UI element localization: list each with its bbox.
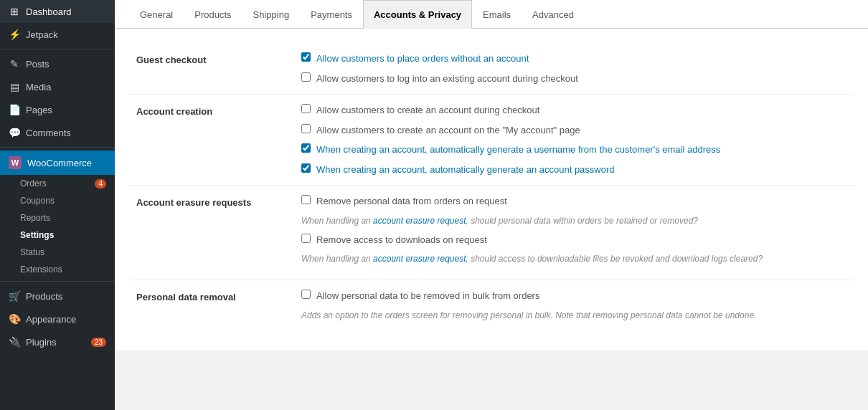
sidebar-sub-label: Reports <box>20 213 50 223</box>
gc1-label: Allow customers to place orders without … <box>316 52 529 66</box>
tabs-bar: General Products Shipping Payments Accou… <box>115 0 868 29</box>
ac3-checkbox[interactable] <box>301 143 311 153</box>
sidebar-sub-orders[interactable]: Orders 4 <box>0 175 115 192</box>
sidebar-sub-coupons[interactable]: Coupons <box>0 192 115 209</box>
ae-option-2: Remove access to downloads on request <box>301 233 846 247</box>
account-erasure-options: Remove personal data from orders on requ… <box>287 186 854 280</box>
sidebar-item-label: Comments <box>26 128 71 138</box>
sidebar-item-label: Jetpack <box>26 29 58 40</box>
tab-products[interactable]: Products <box>184 0 242 29</box>
ac2-label: Allow customers to create an account on … <box>316 123 580 138</box>
guest-checkout-row: Guest checkout Allow customers to place … <box>129 43 854 95</box>
gc1-checkbox[interactable] <box>301 52 311 62</box>
ac2-checkbox[interactable] <box>301 124 311 133</box>
products-icon: 🛒 <box>9 290 20 302</box>
media-icon: ▤ <box>9 81 20 92</box>
orders-badge: 4 <box>95 179 106 189</box>
sidebar-item-label: Appearance <box>26 314 76 325</box>
account-erasure-label: Account erasure requests <box>129 186 287 280</box>
gc-option-2: Allow customers to log into an existing … <box>301 72 846 86</box>
ae-option-1: Remove personal data from orders on requ… <box>301 194 846 209</box>
sidebar-item-jetpack[interactable]: ⚡ Jetpack <box>0 23 115 46</box>
ae2-hint-link[interactable]: account erasure request <box>373 254 466 264</box>
personal-data-label: Personal data removal <box>129 280 287 336</box>
pd1-label: Allow personal data to be removed in bul… <box>316 289 539 303</box>
sidebar-item-media[interactable]: ▤ Media <box>0 75 115 98</box>
main-content: General Products Shipping Payments Accou… <box>115 0 868 410</box>
sidebar-item-products[interactable]: 🛒 Products <box>0 285 115 308</box>
ae1-hint: When handling an account erasure request… <box>301 214 846 227</box>
sidebar-sub-status[interactable]: Status <box>0 244 115 261</box>
settings-content: Guest checkout Allow customers to place … <box>115 29 868 351</box>
plugins-badge: 23 <box>91 338 106 347</box>
ae1-checkbox[interactable] <box>301 195 311 204</box>
sidebar-sub-reports[interactable]: Reports <box>0 209 115 227</box>
ae2-label: Remove access to downloads on request <box>316 233 487 247</box>
sidebar-item-label: Pages <box>26 105 52 115</box>
pd1-hint: Adds an option to the orders screen for … <box>301 309 846 322</box>
ae1-hint-link[interactable]: account erasure request <box>373 216 466 226</box>
personal-data-options: Allow personal data to be removed in bul… <box>287 280 854 336</box>
ac-option-4: When creating an account, automatically … <box>301 163 846 177</box>
woocommerce-icon: W <box>9 156 22 169</box>
account-creation-label: Account creation <box>129 95 287 186</box>
sidebar-item-label: Media <box>26 82 51 92</box>
posts-icon: ✎ <box>9 58 20 70</box>
tab-advanced[interactable]: Advanced <box>522 0 585 29</box>
gc2-checkbox[interactable] <box>301 72 311 82</box>
sidebar-item-dashboard[interactable]: ⊞ Dashboard <box>0 0 115 23</box>
tab-emails[interactable]: Emails <box>472 0 522 29</box>
ac1-checkbox[interactable] <box>301 104 311 113</box>
plugins-icon: 🔌 <box>9 336 20 348</box>
ac4-checkbox[interactable] <box>301 163 311 173</box>
ae1-label: Remove personal data from orders on requ… <box>316 194 507 209</box>
personal-data-row: Personal data removal Allow personal dat… <box>129 280 854 336</box>
sidebar-item-appearance[interactable]: 🎨 Appearance <box>0 308 115 330</box>
sidebar-sub-extensions[interactable]: Extensions <box>0 261 115 278</box>
appearance-icon: 🎨 <box>9 313 20 325</box>
sidebar-sub-label: Coupons <box>20 196 55 206</box>
sidebar-item-label: Plugins <box>26 337 57 348</box>
sidebar-item-label: Dashboard <box>26 6 72 17</box>
pd-option-1: Allow personal data to be removed in bul… <box>301 289 846 303</box>
ae2-checkbox[interactable] <box>301 234 311 243</box>
sidebar-sub-settings[interactable]: Settings <box>0 227 115 244</box>
ac3-label: When creating an account, automatically … <box>316 143 720 157</box>
sidebar-sub-label: Orders <box>20 178 47 189</box>
pages-icon: 📄 <box>9 104 20 115</box>
sidebar-item-plugins[interactable]: 🔌 Plugins 23 <box>0 330 115 353</box>
tab-payments[interactable]: Payments <box>300 0 363 29</box>
ac1-label: Allow customers to create an account dur… <box>316 103 539 118</box>
dashboard-icon: ⊞ <box>9 6 20 17</box>
sidebar-item-label: Posts <box>26 59 49 70</box>
tab-accounts-privacy[interactable]: Accounts & Privacy <box>363 0 472 29</box>
comments-icon: 💬 <box>9 127 20 138</box>
ae2-hint: When handling an account erasure request… <box>301 252 846 265</box>
settings-table: Guest checkout Allow customers to place … <box>129 43 854 336</box>
sidebar-sub-label: Settings <box>20 230 54 240</box>
sidebar: ⊞ Dashboard ⚡ Jetpack ✎ Posts ▤ Media 📄 … <box>0 0 115 410</box>
sidebar-sub-label: Status <box>20 247 44 257</box>
gc2-label: Allow customers to log into an existing … <box>316 72 578 86</box>
sidebar-item-pages[interactable]: 📄 Pages <box>0 98 115 121</box>
guest-checkout-label: Guest checkout <box>129 43 287 95</box>
sidebar-item-woocommerce[interactable]: W WooCommerce <box>0 151 115 175</box>
gc-option-1: Allow customers to place orders without … <box>301 52 846 66</box>
tab-general[interactable]: General <box>129 0 184 29</box>
ac4-label: When creating an account, automatically … <box>316 163 615 177</box>
sidebar-item-comments[interactable]: 💬 Comments <box>0 121 115 144</box>
sidebar-item-posts[interactable]: ✎ Posts <box>0 52 115 75</box>
tab-shipping[interactable]: Shipping <box>242 0 301 29</box>
sidebar-item-label: Products <box>26 291 62 302</box>
account-creation-options: Allow customers to create an account dur… <box>287 95 854 186</box>
account-erasure-row: Account erasure requests Remove personal… <box>129 186 854 280</box>
jetpack-icon: ⚡ <box>9 29 20 40</box>
ac-option-2: Allow customers to create an account on … <box>301 123 846 138</box>
ac-option-1: Allow customers to create an account dur… <box>301 103 846 118</box>
sidebar-item-label: WooCommerce <box>27 158 92 168</box>
pd1-checkbox[interactable] <box>301 290 311 299</box>
account-creation-row: Account creation Allow customers to crea… <box>129 95 854 186</box>
sidebar-sub-label: Extensions <box>20 264 62 275</box>
ac-option-3: When creating an account, automatically … <box>301 143 846 157</box>
guest-checkout-options: Allow customers to place orders without … <box>287 43 854 95</box>
